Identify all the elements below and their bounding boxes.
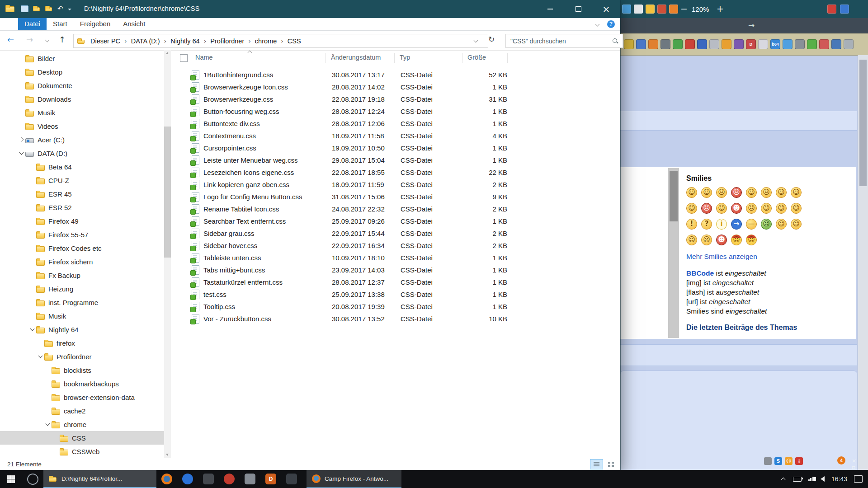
sidebar-item[interactable]: CPU-Z — [0, 174, 171, 187]
smiley-icon[interactable]: ☻ — [716, 235, 727, 245]
file-row[interactable]: Sidebar hover.css 22.09.2017 16:34 CSS-D… — [171, 239, 620, 252]
expand-chevron-icon[interactable] — [18, 95, 25, 103]
help-button[interactable]: ? — [607, 20, 615, 28]
expand-chevron-icon[interactable] — [29, 190, 36, 197]
smiley-icon[interactable]: ☺ — [686, 187, 697, 198]
toolbar-icon[interactable] — [734, 39, 744, 49]
smiley-icon[interactable]: ☺ — [776, 219, 787, 230]
file-name[interactable]: Rename Tabtitel Icon.css — [203, 205, 332, 213]
file-name[interactable]: Contextmenu.css — [203, 132, 332, 140]
column-separator[interactable] — [394, 53, 395, 63]
expand-chevron-icon[interactable] — [29, 231, 36, 238]
breadcrumb-item[interactable]: Dieser PC› — [87, 38, 128, 45]
start-button[interactable] — [0, 470, 22, 488]
toolbar-icon[interactable] — [827, 5, 836, 14]
file-name[interactable]: Sidebar grau.css — [203, 230, 332, 237]
taskbar-app-button[interactable] — [281, 470, 302, 488]
textarea-scrollbar-thumb[interactable] — [670, 171, 678, 221]
breadcrumb-label[interactable]: Dieser PC — [87, 38, 123, 45]
expand-chevron-icon[interactable] — [37, 339, 44, 347]
zoom-out-button[interactable]: − — [679, 3, 689, 14]
file-row[interactable]: Rename Tabtitel Icon.css 24.08.2017 22:3… — [171, 203, 620, 215]
smiley-icon[interactable]: ☹ — [731, 187, 742, 198]
file-name[interactable]: Leiste unter Menuebar weg.css — [203, 156, 332, 164]
sidebar-item[interactable]: ESR 52 — [0, 201, 171, 214]
file-row[interactable]: Searchbar Text entfernt.css 25.09.2017 0… — [171, 215, 620, 227]
expand-chevron-icon[interactable] — [18, 122, 25, 130]
column-header-date[interactable]: Änderungsdatum — [331, 54, 381, 61]
column-separator[interactable] — [326, 53, 326, 63]
qat-new-folder-icon[interactable] — [33, 5, 41, 12]
expand-chevron-icon[interactable] — [44, 421, 52, 428]
column-separator[interactable] — [462, 53, 462, 63]
expand-chevron-icon[interactable] — [29, 177, 36, 184]
smiley-icon[interactable]: ☺ — [791, 187, 802, 198]
expand-chevron-icon[interactable] — [29, 244, 36, 252]
toolbar-icon[interactable] — [697, 39, 707, 49]
breadcrumb-label[interactable]: Profilordner — [207, 38, 247, 45]
column-header-size[interactable]: Größe — [467, 54, 486, 61]
smiley-icon[interactable]: ! — [686, 219, 697, 230]
file-name[interactable]: Buttontexte div.css — [203, 120, 332, 127]
toolbar-icon[interactable]: D — [746, 39, 756, 49]
expand-chevron-icon[interactable] — [29, 285, 36, 292]
search-input[interactable]: "CSS" durchsuchen — [510, 38, 613, 45]
bbcode-term[interactable]: [flash] — [686, 288, 705, 296]
tree-scrollbar-thumb[interactable] — [164, 127, 171, 258]
file-row[interactable]: Leiste unter Menuebar weg.css 29.08.2017… — [171, 154, 620, 166]
toolbar-icon[interactable] — [669, 5, 678, 14]
breadcrumb-item[interactable]: chrome› — [252, 38, 284, 45]
column-separator[interactable] — [507, 53, 508, 63]
history-dropdown-chevron-icon[interactable] — [45, 38, 50, 43]
toolbar-icon[interactable]: b64 — [770, 39, 780, 49]
go-arrow-icon[interactable]: → — [748, 21, 755, 30]
breadcrumb-item[interactable]: DATA (D:)› — [128, 38, 168, 45]
sidebar-item[interactable]: Musik — [0, 106, 171, 119]
expand-chevron-icon[interactable] — [29, 299, 36, 306]
taskbar-window-firefox[interactable]: Camp Firefox - Antwo... — [307, 470, 401, 488]
toolbar-icon[interactable] — [646, 5, 655, 14]
addon-icon[interactable]: S — [774, 457, 782, 465]
search-box[interactable]: "CSS" durchsuchen — [505, 34, 623, 48]
tree-scrollbar[interactable] — [164, 50, 171, 458]
breadcrumb-separator-icon[interactable]: › — [203, 38, 208, 45]
file-row[interactable]: Button-focusring weg.css 28.08.2017 12:2… — [171, 105, 620, 117]
ribbon-tab[interactable]: Datei — [18, 18, 47, 30]
file-name[interactable]: Tableiste unten.css — [203, 254, 332, 262]
smiley-icon[interactable]: ☹ — [716, 187, 727, 198]
tray-overflow-chevron-icon[interactable] — [781, 477, 786, 481]
addon-icon[interactable]: ☺ — [785, 457, 793, 465]
expand-chevron-icon[interactable] — [18, 109, 25, 116]
volume-icon[interactable] — [821, 476, 825, 482]
toolbar-icon[interactable] — [634, 5, 643, 14]
sidebar-item[interactable]: Musik — [0, 309, 171, 323]
smiley-icon[interactable]: ☺ — [716, 203, 727, 214]
expand-chevron-icon[interactable] — [29, 272, 36, 279]
file-row[interactable]: Browserwerkzeuge Icon.css 28.08.2017 14:… — [171, 81, 620, 93]
sidebar-item[interactable]: bookmarkbackups — [0, 377, 171, 390]
smiley-icon[interactable]: ☺ — [701, 187, 712, 198]
sidebar-item[interactable]: ESR 45 — [0, 187, 171, 201]
smiley-icon[interactable]: ☺ — [776, 203, 787, 214]
sidebar-item[interactable]: Desktop — [0, 65, 171, 79]
view-details-button[interactable] — [590, 459, 603, 469]
file-name[interactable]: 1Buttonhintergrund.css — [203, 71, 332, 79]
smiley-icon[interactable]: ☺ — [746, 235, 757, 245]
select-all-checkbox[interactable] — [180, 54, 188, 62]
smiley-icon[interactable]: ☹ — [746, 203, 757, 214]
breadcrumb-label[interactable]: chrome — [252, 38, 280, 45]
expand-chevron-icon[interactable] — [29, 163, 36, 170]
sidebar-item[interactable]: Fx Backup — [0, 268, 171, 282]
sidebar-item[interactable]: Beta 64 — [0, 160, 171, 174]
sidebar-item[interactable]: Firefox 49 — [0, 214, 171, 228]
file-row[interactable]: Logo für Config Menu Button.css 31.08.20… — [171, 191, 620, 203]
bbcode-term[interactable]: [img] — [686, 279, 702, 286]
bbcode-term[interactable]: BBCode — [686, 269, 714, 277]
toolbar-icon[interactable] — [622, 5, 631, 14]
expand-chevron-icon[interactable] — [18, 55, 25, 62]
toolbar-icon[interactable] — [758, 39, 768, 49]
file-row[interactable]: Cursorpointer.css 19.09.2017 10:50 CSS-D… — [171, 142, 620, 154]
maximize-button[interactable] — [564, 0, 592, 18]
sidebar-item[interactable]: Acer (C:) — [0, 133, 171, 146]
zoom-in-button[interactable]: + — [715, 3, 725, 14]
